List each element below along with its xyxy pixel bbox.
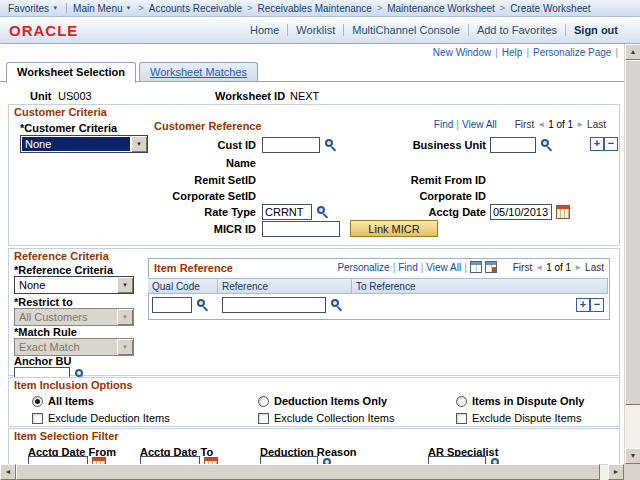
new-window-link[interactable]: New Window: [433, 47, 491, 58]
breadcrumb-separator: >: [500, 3, 505, 13]
customer-reference-nav: Find | View All First ◄ 1 of 1 ► Last: [300, 119, 606, 130]
header-banner: ORACLE Home Worklist MultiChannel Consol…: [0, 17, 640, 44]
scroll-right-button[interactable]: ►: [608, 464, 624, 480]
qual-code-lookup-icon[interactable]: [196, 298, 210, 312]
breadcrumb-separator: >: [247, 3, 252, 13]
chevron-down-icon[interactable]: ▼: [117, 277, 133, 293]
radio-all-items[interactable]: [32, 396, 43, 407]
column-header-qual-code[interactable]: Qual Code: [148, 278, 218, 294]
tab-worksheet-selection[interactable]: Worksheet Selection: [6, 62, 136, 83]
previous-row-icon[interactable]: ◄: [535, 263, 543, 272]
acctg-date-from-input[interactable]: [28, 456, 88, 464]
radio-items-in-dispute-only[interactable]: [456, 396, 467, 407]
qual-code-input[interactable]: [152, 297, 192, 313]
customer-criteria-dropdown-label: *Customer Criteria: [20, 122, 117, 134]
remit-setid-label: Remit SetID: [150, 174, 256, 186]
cust-id-input[interactable]: [262, 137, 320, 153]
find-link[interactable]: Find: [434, 119, 453, 130]
banner-links: Home Worklist MultiChannel Console Add t…: [242, 24, 626, 36]
breadcrumb-main-menu[interactable]: Main Menu: [73, 3, 122, 14]
scroll-up-button[interactable]: ▲: [625, 44, 640, 60]
deduction-reason-lookup-icon[interactable]: [322, 457, 336, 464]
scroll-down-button[interactable]: ▼: [625, 448, 640, 464]
checkbox-exclude-collection-items[interactable]: [258, 413, 269, 424]
reference-input[interactable]: [222, 297, 326, 313]
acctg-date-to-input[interactable]: [140, 456, 200, 464]
row-count: 1 of 1: [546, 262, 571, 273]
link-micr-button[interactable]: Link MICR: [350, 220, 438, 237]
chevron-down-icon[interactable]: ▼: [126, 5, 132, 11]
customer-criteria-select[interactable]: None ▼: [20, 135, 148, 153]
add-row-button[interactable]: +: [576, 298, 590, 312]
reference-lookup-icon[interactable]: [330, 298, 344, 312]
tab-worksheet-matches[interactable]: Worksheet Matches: [139, 62, 258, 82]
micr-id-input[interactable]: [262, 221, 340, 237]
chevron-down-icon[interactable]: ▼: [131, 136, 147, 152]
rate-type-input[interactable]: [262, 204, 312, 220]
acctg-date-from-calendar-icon[interactable]: [92, 457, 106, 464]
rate-type-lookup-icon[interactable]: [316, 205, 330, 219]
tab-worksheet-matches-label: Worksheet Matches: [150, 66, 247, 78]
delete-row-button[interactable]: −: [604, 137, 618, 151]
breadcrumb-favorites[interactable]: Favorites: [8, 3, 49, 14]
last-label[interactable]: Last: [585, 262, 604, 273]
checkbox-exclude-deduction-items[interactable]: [32, 413, 43, 424]
business-unit-lookup-icon[interactable]: [540, 138, 554, 152]
breadcrumb-item-receivables-maintenance[interactable]: Receivables Maintenance: [257, 3, 372, 14]
item-inclusion-title: Item Inclusion Options: [14, 379, 133, 391]
ar-specialist-input[interactable]: [428, 456, 486, 464]
chevron-down-icon[interactable]: ▼: [52, 5, 58, 11]
last-label[interactable]: Last: [587, 119, 606, 130]
first-label[interactable]: First: [513, 262, 532, 273]
unit-label: Unit: [30, 90, 51, 102]
column-header-to-reference[interactable]: To Reference: [352, 278, 608, 294]
page-action-links: New Window | Help | Personalize Page |: [433, 47, 618, 58]
unit-value: US003: [58, 90, 92, 102]
checkbox-exclude-deduction-items-label: Exclude Deduction Items: [48, 412, 170, 424]
deduction-reason-input[interactable]: [260, 456, 318, 464]
find-link[interactable]: Find: [398, 262, 417, 273]
business-unit-input[interactable]: [490, 137, 536, 153]
column-header-reference[interactable]: Reference: [218, 278, 352, 294]
view-all-link[interactable]: View All: [426, 262, 461, 273]
breadcrumb-item-create-worksheet[interactable]: Create Worksheet: [510, 3, 590, 14]
vertical-scrollbar[interactable]: ▲ ▼: [624, 44, 640, 464]
add-to-favorites-link[interactable]: Add to Favorites: [468, 24, 565, 36]
page-tabs: Worksheet Selection Worksheet Matches: [6, 62, 261, 82]
acctg-date-input[interactable]: [490, 204, 552, 220]
horizontal-scroll-thumb[interactable]: [16, 464, 600, 480]
item-reference-nav: Personalize | Find | View All | First ◄ …: [250, 261, 604, 273]
worklist-link[interactable]: Worklist: [287, 24, 343, 36]
restrict-to-select: All Customers ▼: [14, 308, 134, 326]
sign-out-link[interactable]: Sign out: [565, 24, 626, 36]
breadcrumb-divider: [66, 3, 67, 13]
ar-specialist-lookup-icon[interactable]: [490, 457, 504, 464]
reference-criteria-select[interactable]: None ▼: [14, 276, 134, 294]
help-link[interactable]: Help: [502, 47, 523, 58]
scroll-left-button[interactable]: ◄: [0, 464, 16, 480]
breadcrumb-item-accounts-receivable[interactable]: Accounts Receivable: [149, 3, 242, 14]
checkbox-exclude-dispute-items[interactable]: [456, 413, 467, 424]
next-row-icon[interactable]: ►: [576, 120, 584, 129]
acctg-date-to-calendar-icon[interactable]: [204, 457, 218, 464]
acctg-date-calendar-icon[interactable]: [556, 205, 570, 219]
personalize-link[interactable]: Personalize: [337, 262, 389, 273]
home-link[interactable]: Home: [242, 24, 287, 36]
view-all-link[interactable]: View All: [462, 119, 497, 130]
multichannel-console-link[interactable]: MultiChannel Console: [343, 24, 468, 36]
first-label[interactable]: First: [515, 119, 534, 130]
acctg-date-label: Acctg Date: [384, 206, 486, 218]
vertical-scroll-thumb[interactable]: [625, 60, 640, 405]
next-row-icon[interactable]: ►: [574, 263, 582, 272]
restrict-to-label: *Restrict to: [14, 296, 73, 308]
previous-row-icon[interactable]: ◄: [537, 120, 545, 129]
delete-row-button[interactable]: −: [590, 298, 604, 312]
radio-deduction-items-only[interactable]: [258, 396, 269, 407]
zoom-grid-icon[interactable]: [485, 261, 497, 273]
personalize-page-link[interactable]: Personalize Page: [533, 47, 611, 58]
cust-id-lookup-icon[interactable]: [324, 138, 338, 152]
add-row-button[interactable]: +: [590, 137, 604, 151]
horizontal-scrollbar[interactable]: ◄ ►: [0, 464, 624, 480]
breadcrumb-item-maintenance-worksheet[interactable]: Maintenance Worksheet: [387, 3, 495, 14]
download-grid-icon[interactable]: [470, 261, 482, 273]
